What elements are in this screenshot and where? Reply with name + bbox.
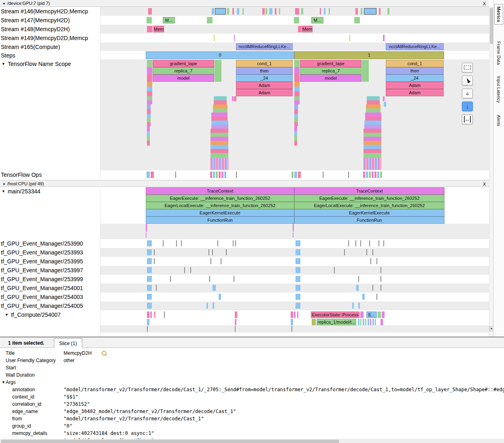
side-tab-input-latency[interactable]: Input Latency [495, 74, 503, 105]
trace-slice[interactable] [214, 100, 227, 104]
trace-slice[interactable] [329, 8, 330, 15]
trace-slice[interactable] [147, 122, 151, 126]
trace-slice[interactable] [227, 8, 229, 15]
trace-slice[interactable] [147, 109, 151, 114]
trace-slice[interactable] [212, 249, 213, 255]
horizontal-scrollbar-thumb[interactable] [1, 440, 339, 443]
trace-slice[interactable] [367, 100, 380, 104]
trace-slice[interactable] [364, 8, 376, 15]
trace-slice[interactable] [294, 118, 298, 122]
trace-slice[interactable] [301, 8, 303, 15]
trace-slice[interactable] [234, 96, 236, 101]
trace-slice[interactable] [296, 258, 300, 264]
trace-slice[interactable]: EagerExecute: __inference_train_function… [146, 195, 294, 202]
trace-slice[interactable] [377, 172, 379, 178]
trace-slice[interactable] [294, 109, 298, 114]
trace-slice[interactable] [216, 172, 218, 178]
trace-slice[interactable] [344, 249, 345, 255]
vertical-scrollbar[interactable]: ▼ [489, 7, 493, 337]
trace-slice[interactable] [147, 67, 152, 74]
trace-slice[interactable] [181, 240, 182, 246]
cpu-process-header[interactable]: ▼/host:CPU (pid 49) X [0, 180, 489, 187]
tab-slice[interactable]: Slice (1) [54, 338, 82, 348]
trace-slice[interactable] [291, 172, 293, 178]
trace-slice[interactable] [387, 8, 389, 15]
trace-slice[interactable] [147, 285, 152, 291]
trace-slice[interactable] [147, 249, 152, 255]
trace-slice[interactable] [210, 172, 212, 178]
trace-slice[interactable] [334, 267, 335, 273]
trace-slice[interactable] [298, 26, 302, 32]
trace-slice[interactable] [362, 294, 365, 300]
trace-slice[interactable] [294, 74, 300, 82]
trace-slice[interactable] [294, 131, 297, 136]
trace-slice[interactable] [214, 35, 215, 41]
trace-slice[interactable] [294, 96, 300, 100]
trace-slice[interactable] [217, 240, 218, 246]
trace-slice[interactable] [348, 240, 349, 246]
trace-slice[interactable]: 1 [294, 51, 444, 59]
trace-slice[interactable]: 0 [146, 51, 294, 59]
trace-slice[interactable] [207, 17, 213, 23]
trace-slice[interactable] [360, 319, 362, 325]
trace-slice[interactable]: model [300, 74, 362, 82]
trace-slice[interactable] [349, 35, 350, 41]
timing-tool-button[interactable]: ↔ [462, 114, 473, 124]
trace-slice[interactable] [372, 172, 374, 178]
trace-slice[interactable]: replica_7 [153, 67, 214, 74]
trace-slice[interactable]: Adam [386, 82, 444, 89]
trace-slice[interactable] [374, 172, 376, 178]
trace-slice[interactable] [320, 8, 321, 15]
trace-slice[interactable] [176, 240, 177, 246]
expand-arrow-icon[interactable]: ▼ [2, 62, 5, 66]
trace-slice[interactable] [147, 87, 152, 91]
trace-slice[interactable] [294, 87, 300, 91]
pan-tool-button[interactable]: ↔↕ [462, 89, 473, 98]
trace-slice[interactable] [324, 8, 325, 15]
trace-slice[interactable] [363, 172, 365, 178]
trace-slice[interactable] [215, 60, 221, 67]
trace-slice[interactable] [372, 249, 373, 255]
trace-slice[interactable]: FunctionRun [146, 216, 294, 224]
trace-slice[interactable] [146, 224, 147, 232]
trace-slice[interactable] [147, 126, 150, 131]
trace-slice[interactable]: TraceContext [146, 187, 294, 195]
trace-slice[interactable] [348, 172, 349, 178]
trace-slice[interactable] [370, 258, 371, 264]
trace-slice[interactable] [368, 319, 369, 325]
trace-slice[interactable] [147, 319, 149, 325]
trace-slice[interactable] [211, 125, 228, 129]
trace-slice[interactable] [372, 319, 374, 325]
trace-slice[interactable] [381, 276, 381, 282]
trace-slice[interactable] [294, 122, 298, 126]
trace-slice[interactable]: then [236, 67, 293, 74]
trace-slice[interactable] [364, 125, 381, 129]
trace-slice[interactable] [312, 319, 316, 325]
scroll-down-button[interactable]: ▼ [489, 326, 493, 331]
trace-slice[interactable] [366, 249, 367, 255]
trace-slice[interactable]: _24 [236, 74, 293, 82]
trace-slice[interactable] [154, 312, 155, 318]
track-label[interactable]: ▼main/253344 [0, 187, 100, 196]
trace-slice[interactable] [291, 312, 293, 318]
trace-slice[interactable] [147, 96, 152, 100]
trace-slice[interactable]: Adam [236, 89, 293, 96]
trace-slice[interactable] [384, 102, 386, 107]
trace-slice[interactable] [211, 258, 211, 264]
trace-slice[interactable] [381, 285, 381, 291]
trace-slice[interactable] [163, 240, 164, 246]
trace-slice[interactable]: ncclAllReduceRingLLKe... [386, 43, 444, 50]
trace-slice[interactable] [294, 141, 297, 146]
trace-slice[interactable] [224, 172, 226, 178]
trace-slice[interactable] [381, 267, 381, 273]
trace-slice[interactable] [221, 172, 223, 178]
trace-slice[interactable]: Mem [153, 26, 164, 32]
trace-slice[interactable] [147, 267, 152, 273]
trace-slice[interactable] [358, 303, 360, 309]
trace-slice[interactable] [383, 240, 384, 246]
trace-slice[interactable]: _24 [386, 74, 444, 82]
trace-slice[interactable] [365, 112, 381, 117]
trace-slice[interactable] [212, 8, 214, 15]
trace-slice[interactable]: Adam [386, 89, 444, 96]
trace-slice[interactable] [352, 303, 354, 309]
